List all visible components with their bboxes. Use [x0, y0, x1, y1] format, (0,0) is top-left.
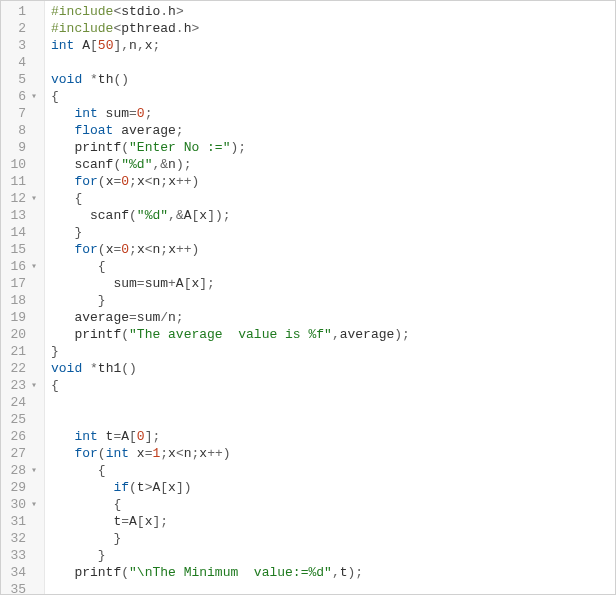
gutter-line: 7	[1, 105, 44, 122]
code-line[interactable]: {	[51, 462, 615, 479]
line-gutter: 123456▾789101112▾13141516▾17181920212223…	[1, 1, 45, 594]
line-number: 14	[6, 224, 26, 241]
code-line[interactable]: int sum=0;	[51, 105, 615, 122]
token-pp: #include	[51, 21, 113, 36]
token-id	[51, 565, 74, 580]
code-line[interactable]: }	[51, 530, 615, 547]
token-num: 0	[121, 242, 129, 257]
line-number: 13	[6, 207, 26, 224]
code-line[interactable]: scanf("%d",&A[x]);	[51, 207, 615, 224]
code-line[interactable]: {	[51, 190, 615, 207]
code-area[interactable]: #include<stdio.h>#include<pthread.h>int …	[45, 1, 615, 594]
gutter-line: 9	[1, 139, 44, 156]
line-number: 19	[6, 309, 26, 326]
gutter-line: 25	[1, 411, 44, 428]
code-line[interactable]: printf("The average value is %f",average…	[51, 326, 615, 343]
gutter-line: 35	[1, 581, 44, 595]
code-line[interactable]: int A[50],n,x;	[51, 37, 615, 54]
code-line[interactable]: if(t>A[x])	[51, 479, 615, 496]
token-id	[51, 140, 74, 155]
code-line[interactable]: {	[51, 496, 615, 513]
token-id	[51, 429, 74, 444]
token-id: t	[137, 480, 145, 495]
token-pn: )	[223, 446, 231, 461]
token-id: x	[168, 480, 176, 495]
fold-icon[interactable]: ▾	[28, 88, 40, 105]
gutter-line: 32	[1, 530, 44, 547]
token-op: ,	[168, 208, 176, 223]
token-pn: (	[129, 208, 137, 223]
code-line[interactable]: #include<stdio.h>	[51, 3, 615, 20]
token-kw: for	[74, 242, 97, 257]
code-line[interactable]: }	[51, 224, 615, 241]
token-ty: int	[74, 106, 97, 121]
code-line[interactable]: {	[51, 377, 615, 394]
code-line[interactable]: {	[51, 258, 615, 275]
code-line[interactable]: int t=A[0];	[51, 428, 615, 445]
code-line[interactable]: for(x=0;x<n;x++)	[51, 241, 615, 258]
code-line[interactable]: }	[51, 292, 615, 309]
token-id	[51, 242, 74, 257]
code-line[interactable]: for(x=0;x<n;x++)	[51, 173, 615, 190]
gutter-line: 5	[1, 71, 44, 88]
code-line[interactable]: }	[51, 547, 615, 564]
line-number: 1	[6, 3, 26, 20]
token-id: n	[168, 157, 176, 172]
token-num: 0	[121, 174, 129, 189]
code-line[interactable]: sum=sum+A[x];	[51, 275, 615, 292]
line-number: 33	[6, 547, 26, 564]
line-number: 10	[6, 156, 26, 173]
token-id: x	[145, 38, 153, 53]
gutter-line: 20	[1, 326, 44, 343]
code-line[interactable]: for(int x=1;x<n;x++)	[51, 445, 615, 462]
fold-icon[interactable]: ▾	[28, 377, 40, 394]
code-line[interactable]	[51, 394, 615, 411]
code-line[interactable]: void *th()	[51, 71, 615, 88]
code-line[interactable]: t=A[x];	[51, 513, 615, 530]
token-op: =	[121, 514, 129, 529]
code-line[interactable]: printf("Enter No :=");	[51, 139, 615, 156]
line-number: 23	[6, 377, 26, 394]
code-line[interactable]: printf("\nThe Minimum value:=%d",t);	[51, 564, 615, 581]
token-pn: (	[98, 174, 106, 189]
line-number: 4	[6, 54, 26, 71]
gutter-line: 12▾	[1, 190, 44, 207]
code-line[interactable]: }	[51, 343, 615, 360]
fold-icon[interactable]: ▾	[28, 496, 40, 513]
token-op: ++	[176, 242, 192, 257]
token-id: printf	[74, 140, 121, 155]
code-line[interactable]	[51, 54, 615, 71]
token-op: /	[160, 310, 168, 325]
token-pn: )	[394, 327, 402, 342]
code-line[interactable]: float average;	[51, 122, 615, 139]
token-str: "The average value is %f"	[129, 327, 332, 342]
token-pp: #include	[51, 4, 113, 19]
code-line[interactable]	[51, 411, 615, 428]
token-pn: ]	[199, 276, 207, 291]
line-number: 28	[6, 462, 26, 479]
gutter-line: 33	[1, 547, 44, 564]
token-id: x	[199, 446, 207, 461]
fold-icon[interactable]: ▾	[28, 190, 40, 207]
fold-icon[interactable]: ▾	[28, 462, 40, 479]
token-id: printf	[74, 327, 121, 342]
code-line[interactable]: {	[51, 88, 615, 105]
gutter-line: 11	[1, 173, 44, 190]
code-line[interactable]: #include<pthread.h>	[51, 20, 615, 37]
token-pn: )	[215, 208, 223, 223]
token-id: A	[129, 514, 137, 529]
code-line[interactable]: average=sum/n;	[51, 309, 615, 326]
token-op: =	[137, 276, 145, 291]
token-op: ;	[160, 242, 168, 257]
code-line[interactable]	[51, 581, 615, 595]
line-number: 22	[6, 360, 26, 377]
line-number: 6	[6, 88, 26, 105]
code-line[interactable]: void *th1()	[51, 360, 615, 377]
gutter-line: 18	[1, 292, 44, 309]
token-op: <	[176, 446, 184, 461]
fold-icon[interactable]: ▾	[28, 258, 40, 275]
token-op: &	[176, 208, 184, 223]
token-op: *	[90, 72, 98, 87]
token-op: ;	[160, 514, 168, 529]
code-line[interactable]: scanf("%d",&n);	[51, 156, 615, 173]
